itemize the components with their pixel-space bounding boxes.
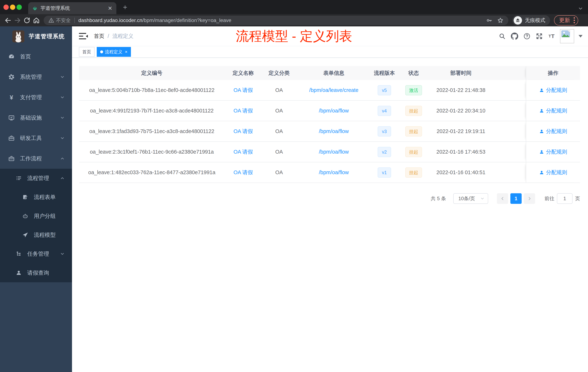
- address-bar[interactable]: 不安全 dashboard.yudao.iocoder.cn/bpm/manag…: [44, 16, 508, 25]
- dashboard-icon: [8, 53, 15, 60]
- sidebar-item-system[interactable]: 系统管理: [0, 67, 72, 87]
- tag-home[interactable]: 首页: [79, 47, 94, 57]
- form-link[interactable]: /bpm/oa/leave/create: [309, 87, 358, 93]
- forward-icon[interactable]: [13, 16, 22, 25]
- tab-search-caret-icon[interactable]: [578, 6, 583, 11]
- deploy-time: 2022-01-22 21:48:38: [430, 87, 492, 93]
- chevron-down-icon: [60, 136, 65, 141]
- goto-label: 前往: [545, 195, 554, 202]
- pagination-total: 共 5 条: [431, 195, 446, 202]
- form-link[interactable]: /bpm/oa/flow: [319, 149, 349, 155]
- deploy-time: 2022-01-22 20:34:10: [430, 108, 492, 114]
- assign-rule-link[interactable]: 分配规则: [539, 87, 567, 94]
- avatar[interactable]: [560, 29, 574, 43]
- column-header: 流程版本: [371, 69, 398, 77]
- search-icon[interactable]: [498, 32, 506, 40]
- browser-tab[interactable]: 芋道管理系统 ✕: [28, 2, 116, 14]
- chevron-down-icon: [60, 115, 65, 120]
- favicon-sprout-icon: [32, 5, 38, 11]
- user-icon: [539, 88, 544, 93]
- sidebar-item-infrastructure[interactable]: 基础设施: [0, 108, 72, 128]
- assign-rule-link[interactable]: 分配规则: [539, 107, 567, 114]
- sidebar-item-label: 流程表单: [34, 194, 56, 201]
- definition-name-link[interactable]: OA 请假: [233, 108, 253, 114]
- yen-icon: ¥: [8, 94, 15, 101]
- tag-process-definition[interactable]: 流程定义 ×: [97, 47, 131, 57]
- new-tab-button[interactable]: [121, 4, 129, 11]
- security-warning-icon[interactable]: [48, 17, 54, 23]
- tag-close-icon[interactable]: ×: [125, 49, 127, 55]
- breadcrumb-home[interactable]: 首页: [94, 33, 104, 40]
- pagination: 共 5 条 10条/页 1 前往 页: [79, 193, 580, 204]
- sidebar-item-label: 基础设施: [20, 114, 42, 121]
- definition-name-link[interactable]: OA 请假: [233, 169, 253, 175]
- definition-name-link[interactable]: OA 请假: [233, 128, 253, 134]
- sidebar-item-process-management[interactable]: 流程管理: [0, 169, 72, 188]
- deploy-time: 2022-01-16 01:40:51: [430, 169, 492, 175]
- form-link[interactable]: /bpm/oa/flow: [319, 128, 349, 134]
- definition-name-link[interactable]: OA 请假: [233, 149, 253, 155]
- definition-id: oa_leave:4:991f2193-7b7f-11ec-a3c8-acde4…: [79, 108, 225, 114]
- sidebar-item-payment[interactable]: ¥ 支付管理: [0, 87, 72, 108]
- fullscreen-icon[interactable]: [535, 32, 543, 40]
- sidebar-item-devtools[interactable]: 研发工具: [0, 128, 72, 148]
- window-close-light[interactable]: [3, 5, 9, 10]
- macos-traffic-lights[interactable]: [3, 5, 22, 10]
- sidebar-item-label: 工作流程: [20, 155, 42, 162]
- browser-update-button[interactable]: 更新: [554, 15, 578, 25]
- security-label: 不安全: [56, 17, 71, 24]
- font-size-icon[interactable]: TT: [548, 32, 556, 40]
- sidebar-item-process-model[interactable]: 流程模型: [0, 226, 72, 244]
- sidebar-item-workflow[interactable]: 工作流程: [0, 148, 72, 169]
- window-minimize-light[interactable]: [10, 5, 15, 10]
- table-row: oa_leave:2:3c1f0ef1-76b1-11ec-9c66-a2380…: [79, 142, 580, 162]
- reload-icon[interactable]: [22, 16, 32, 25]
- github-icon[interactable]: [511, 32, 519, 40]
- back-icon[interactable]: [3, 16, 13, 25]
- page-number-current[interactable]: 1: [510, 193, 522, 204]
- definition-category: OA: [262, 87, 296, 93]
- assign-rule-link[interactable]: 分配规则: [539, 169, 567, 176]
- definition-category: OA: [262, 169, 296, 175]
- version-tag: v1: [378, 167, 391, 178]
- monitor-icon: [8, 114, 15, 121]
- form-link[interactable]: /bpm/oa/flow: [319, 169, 349, 175]
- sidebar-item-user-group[interactable]: 用户分组: [0, 207, 72, 226]
- next-page-button[interactable]: [524, 193, 535, 204]
- sidebar-item-label: 任务管理: [27, 250, 49, 258]
- home-icon[interactable]: [32, 16, 41, 25]
- table-header: 定义编号 定义名称 定义分类 表单信息 流程版本 状态 部署时间 操作: [79, 66, 580, 80]
- definition-name-link[interactable]: OA 请假: [233, 87, 253, 93]
- status-badge: 挂起: [405, 167, 422, 178]
- assign-rule-link[interactable]: 分配规则: [539, 128, 567, 135]
- sidebar-toggle-icon[interactable]: [79, 33, 87, 40]
- chevron-up-icon: [60, 156, 65, 161]
- tab-close-icon[interactable]: ✕: [108, 5, 112, 11]
- table-row: oa_leave:1:482ec033-762a-11ec-8477-a2380…: [79, 162, 580, 183]
- column-header: 部署时间: [430, 69, 492, 77]
- definition-category: OA: [262, 128, 296, 134]
- sidebar-item-leave-query[interactable]: 请假查询: [0, 263, 72, 282]
- sidebar-item-label: 研发工具: [20, 134, 42, 142]
- assign-rule-link[interactable]: 分配规则: [539, 148, 567, 156]
- definition-id: oa_leave:5:004b710b-7b8a-11ec-8ef0-acde4…: [79, 87, 225, 93]
- form-link[interactable]: /bpm/oa/flow: [319, 108, 349, 114]
- avatar-dropdown-caret-icon[interactable]: [578, 35, 583, 40]
- bookmark-star-icon[interactable]: [497, 17, 504, 24]
- window-zoom-light[interactable]: [17, 5, 22, 10]
- goto-page-input[interactable]: [557, 193, 573, 204]
- sidebar-item-task-management[interactable]: 任务管理: [0, 244, 72, 263]
- top-navbar: 首页 / 流程定义 流程模型 - 定义列表 TT: [72, 26, 588, 46]
- incognito-label: 无痕模式: [525, 17, 545, 24]
- user-icon: [539, 129, 544, 134]
- prev-page-button[interactable]: [497, 193, 508, 204]
- sidebar-item-process-form[interactable]: 流程表单: [0, 188, 72, 207]
- page-size-select[interactable]: 10条/页: [453, 193, 488, 204]
- sidebar-item-home[interactable]: 首页: [0, 46, 72, 67]
- browser-menu-icon[interactable]: [574, 17, 575, 23]
- password-key-icon[interactable]: [486, 17, 492, 24]
- app-title: 芋道管理系统: [29, 33, 65, 40]
- help-icon[interactable]: [523, 32, 531, 40]
- tags-view-bar: 首页 流程定义 ×: [72, 46, 588, 58]
- breadcrumb-current: 流程定义: [112, 33, 134, 40]
